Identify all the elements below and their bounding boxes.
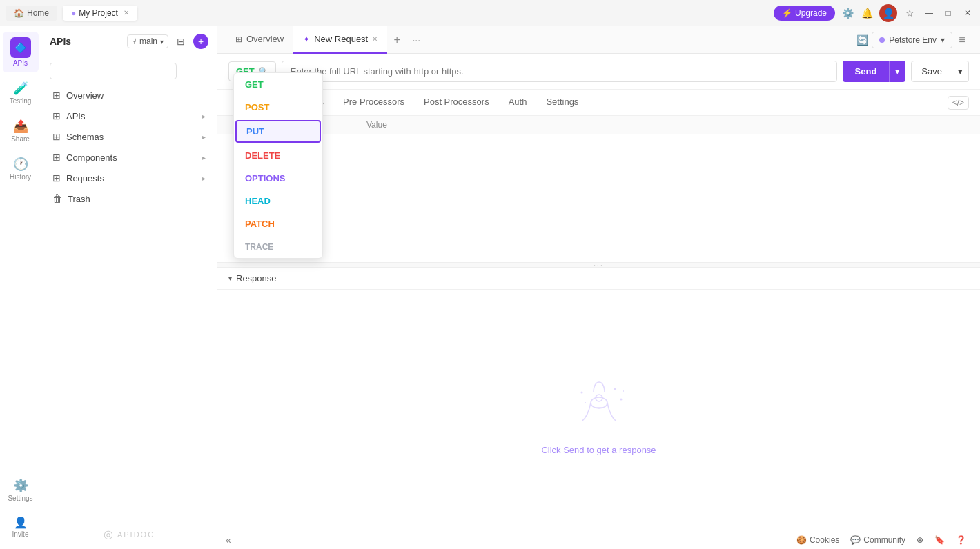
search-wrapper: 🔍 bbox=[50, 63, 208, 79]
send-dropdown-button[interactable]: ▾ bbox=[889, 61, 905, 82]
components-label: Components bbox=[66, 152, 117, 163]
method-option-put[interactable]: PUT bbox=[235, 120, 321, 143]
testing-icon: 🧪 bbox=[13, 81, 28, 96]
value-header: Value bbox=[366, 120, 969, 130]
apis-nav-icon: ⊞ bbox=[52, 110, 61, 121]
home-tab-label: Home bbox=[27, 8, 49, 18]
resize-handle[interactable]: ··· bbox=[217, 262, 980, 268]
search-input[interactable] bbox=[50, 63, 177, 79]
close-button[interactable]: ✕ bbox=[961, 6, 974, 20]
nav-apis[interactable]: ⊞ APIs ▸ bbox=[41, 106, 217, 126]
sidebar-item-testing[interactable]: 🧪 Testing bbox=[3, 75, 39, 110]
response-hint: Click Send to get a response bbox=[541, 445, 656, 455]
tab-more-button[interactable]: ··· bbox=[406, 30, 426, 50]
method-option-trace[interactable]: TRACE bbox=[234, 235, 322, 258]
bell-icon[interactable]: 🔔 bbox=[860, 6, 874, 20]
branch-icon: ⑂ bbox=[132, 37, 137, 46]
nav-trash[interactable]: 🗑 Trash bbox=[41, 188, 217, 209]
add-button[interactable]: + bbox=[193, 34, 208, 49]
tabs-bar: ⊞ Overview ✦ New Request ✕ + ··· 🔄 Petst… bbox=[217, 26, 980, 54]
invite-label: Invite bbox=[12, 530, 29, 538]
testing-label: Testing bbox=[10, 97, 32, 105]
main-content: ⊞ Overview ✦ New Request ✕ + ··· 🔄 Petst… bbox=[217, 26, 980, 549]
settings-icon[interactable]: ⚙️ bbox=[841, 6, 854, 20]
rocket-illustration bbox=[565, 365, 634, 434]
left-panel: APIs ⑂ main ▾ ⊟ + 🔍 ⊞ Overview bbox=[41, 26, 217, 549]
filter-button[interactable]: ⊟ bbox=[173, 33, 189, 50]
community-button[interactable]: 💬 Community bbox=[845, 535, 911, 545]
url-input[interactable] bbox=[282, 61, 837, 82]
project-tab[interactable]: ● My Project ✕ bbox=[63, 6, 137, 21]
upgrade-button[interactable]: ⚡ Upgrade bbox=[774, 6, 835, 21]
cookies-button[interactable]: 🍪 Cookies bbox=[791, 535, 845, 545]
overview-tab-icon: ⊞ bbox=[235, 34, 242, 44]
method-dropdown: GET POST PUT DELETE OPTIONS HEAD PATCH T… bbox=[233, 72, 323, 259]
apis-icon: 🔷 bbox=[10, 37, 31, 58]
svg-point-6 bbox=[623, 390, 624, 392]
req-tab-post-processors[interactable]: Post Processors bbox=[414, 90, 499, 116]
req-tab-settings[interactable]: Settings bbox=[536, 90, 588, 116]
left-panel-title: APIs bbox=[50, 36, 71, 47]
sidebar-item-share[interactable]: 📤 Share bbox=[3, 113, 39, 148]
avatar[interactable]: 👤 bbox=[879, 4, 897, 22]
overview-label: Overview bbox=[66, 90, 104, 101]
collapse-button[interactable]: « bbox=[226, 535, 231, 546]
method-option-get[interactable]: GET bbox=[234, 73, 322, 96]
nav-components[interactable]: ⊞ Components ▸ bbox=[41, 147, 217, 168]
components-arrow-icon: ▸ bbox=[202, 154, 206, 161]
method-option-patch[interactable]: PATCH bbox=[234, 212, 322, 235]
req-tab-auth[interactable]: Auth bbox=[499, 90, 537, 116]
cookies-icon: 🍪 bbox=[796, 535, 807, 545]
send-button[interactable]: Send bbox=[843, 61, 890, 82]
new-request-tab-close[interactable]: ✕ bbox=[372, 35, 378, 43]
method-option-delete[interactable]: DELETE bbox=[234, 144, 322, 167]
code-button[interactable]: </> bbox=[948, 96, 969, 110]
response-chevron-icon: ▾ bbox=[228, 274, 232, 282]
sync-button[interactable]: 🔄 bbox=[852, 30, 872, 50]
trash-label: Trash bbox=[68, 194, 90, 204]
history-label: History bbox=[10, 173, 31, 181]
add-bottom-button[interactable]: ⊕ bbox=[911, 535, 929, 545]
response-title-label: Response bbox=[236, 273, 277, 283]
env-label: Petstore Env bbox=[889, 35, 937, 45]
sidebar-item-history[interactable]: 🕐 History bbox=[3, 151, 39, 186]
save-button[interactable]: Save bbox=[911, 61, 952, 82]
url-bar: GET 🔍 Send ▾ Save ▾ bbox=[217, 54, 980, 90]
maximize-button[interactable]: □ bbox=[941, 6, 955, 20]
env-dot bbox=[879, 37, 885, 43]
method-option-options[interactable]: OPTIONS bbox=[234, 167, 322, 190]
nav-requests[interactable]: ⊞ Requests ▸ bbox=[41, 168, 217, 188]
help-button[interactable]: ❓ bbox=[950, 535, 972, 545]
add-tab-button[interactable]: + bbox=[387, 30, 406, 50]
bookmark-icon[interactable]: ☆ bbox=[903, 6, 917, 20]
nav-overview[interactable]: ⊞ Overview bbox=[41, 85, 217, 106]
share-icon: 📤 bbox=[13, 119, 28, 134]
method-option-post[interactable]: POST bbox=[234, 96, 322, 119]
invite-icon: 👤 bbox=[14, 516, 28, 529]
bookmark-bottom-button[interactable]: 🔖 bbox=[929, 535, 950, 545]
menu-button[interactable]: ≡ bbox=[952, 30, 972, 50]
upgrade-icon: ⚡ bbox=[782, 8, 792, 18]
tab-new-request[interactable]: ✦ New Request ✕ bbox=[293, 26, 387, 54]
env-selector[interactable]: Petstore Env ▾ bbox=[872, 32, 952, 48]
sidebar-item-invite[interactable]: 👤 Invite bbox=[3, 510, 39, 543]
home-tab[interactable]: 🏠 Home bbox=[6, 6, 57, 21]
apis-label: APIs bbox=[13, 59, 28, 67]
chevron-down-icon: ▾ bbox=[160, 38, 164, 46]
svg-point-0 bbox=[591, 397, 607, 408]
tab-overview[interactable]: ⊞ Overview bbox=[226, 26, 293, 54]
minimize-button[interactable]: — bbox=[922, 6, 936, 20]
save-dropdown-button[interactable]: ▾ bbox=[952, 61, 969, 82]
sidebar-item-settings[interactable]: ⚙️ Settings bbox=[3, 472, 39, 508]
nav-schemas[interactable]: ⊞ Schemas ▸ bbox=[41, 126, 217, 147]
svg-point-3 bbox=[620, 398, 622, 400]
branch-label: main bbox=[139, 37, 157, 46]
sidebar-item-apis[interactable]: 🔷 APIs bbox=[3, 32, 39, 72]
method-option-head[interactable]: HEAD bbox=[234, 190, 322, 212]
params-area: Value bbox=[217, 116, 980, 262]
titlebar-actions: ⚡ Upgrade ⚙️ 🔔 👤 ☆ — □ ✕ bbox=[774, 4, 974, 22]
branch-button[interactable]: ⑂ main ▾ bbox=[127, 34, 168, 48]
bottom-bar: « 🍪 Cookies 💬 Community ⊕ 🔖 ❓ bbox=[217, 530, 980, 549]
project-tab-close[interactable]: ✕ bbox=[124, 9, 129, 17]
req-tab-pre-processors[interactable]: Pre Processors bbox=[333, 90, 414, 116]
